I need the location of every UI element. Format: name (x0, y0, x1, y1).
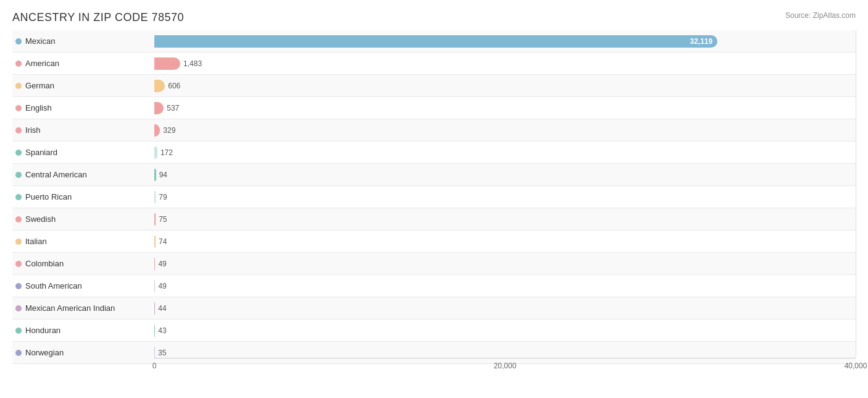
bar-fill: 74 (154, 235, 156, 248)
bar-dot (15, 172, 22, 178)
bar-value: 172 (161, 148, 173, 157)
bar-fill: 32,119 (154, 35, 717, 48)
bar-label-text: South American (25, 281, 82, 290)
bar-area: 537 (154, 97, 856, 119)
bar-row: American1,483 (12, 53, 856, 75)
bar-row: German606 (12, 75, 856, 97)
bar-fill: 94 (154, 169, 156, 181)
bar-area: 43 (154, 320, 856, 341)
bar-area: 32,119 (154, 30, 856, 52)
bar-label-text: Italian (25, 237, 47, 246)
bar-label-text: Colombian (25, 259, 64, 268)
bar-dot (15, 305, 22, 311)
bar-label-text: Puerto Rican (25, 192, 72, 201)
bar-row: Spaniard172 (12, 142, 856, 164)
bar-label-text: English (25, 103, 52, 112)
bar-value: 537 (167, 104, 179, 112)
bar-label: Mexican (12, 36, 154, 46)
x-tick-40000: 40,000 (845, 362, 867, 370)
bar-value: 49 (158, 282, 166, 290)
bar-area: 329 (154, 119, 856, 141)
gridline-40000 (856, 30, 856, 358)
bar-dot (15, 261, 22, 267)
bar-value: 329 (163, 126, 175, 135)
bar-label-text: Mexican (25, 36, 55, 46)
bar-area: 606 (154, 75, 856, 96)
bar-value: 43 (158, 326, 166, 335)
bar-label: Italian (12, 237, 154, 246)
bar-row: Colombian49 (12, 253, 856, 275)
bar-label-text: Mexican American Indian (25, 303, 115, 313)
x-axis: 0 20,000 40,000 (154, 358, 856, 376)
bar-fill: 49 (154, 258, 155, 270)
bar-area: 44 (154, 297, 856, 319)
bar-dot (15, 239, 22, 245)
bar-label-text: Swedish (25, 214, 56, 224)
bar-fill: 49 (154, 280, 155, 292)
bar-area: 79 (154, 186, 856, 208)
bar-fill: 79 (154, 191, 156, 203)
bar-fill: 75 (154, 213, 156, 226)
bar-dot (15, 105, 22, 111)
bar-row: Mexican American Indian44 (12, 297, 856, 320)
bar-fill: 35 (154, 347, 155, 359)
chart-title: ANCESTRY IN ZIP CODE 78570 (12, 11, 856, 24)
bar-row: Italian74 (12, 231, 856, 253)
bar-label-text: Spaniard (25, 148, 57, 157)
bar-fill: 43 (154, 324, 155, 337)
bar-row: Mexican32,119 (12, 30, 856, 53)
bar-area: 75 (154, 208, 856, 230)
bar-fill: 329 (154, 124, 160, 137)
bar-row: South American49 (12, 275, 856, 297)
bar-label-text: German (25, 81, 54, 90)
bar-label: South American (12, 281, 154, 290)
bar-label-text: American (25, 59, 59, 68)
bar-dot (15, 350, 22, 356)
bar-label: Puerto Rican (12, 192, 154, 201)
bar-area: 94 (154, 164, 856, 185)
bar-label-text: Honduran (25, 326, 61, 335)
bar-label: Spaniard (12, 148, 154, 157)
bar-area: 74 (154, 231, 856, 252)
bar-label: English (12, 103, 154, 112)
bar-row: Central American94 (12, 164, 856, 186)
bar-fill: 172 (154, 146, 157, 159)
bar-area: 1,483 (154, 53, 856, 74)
chart-container: ANCESTRY IN ZIP CODE 78570 Source: ZipAt… (0, 0, 868, 398)
x-tick-20000: 20,000 (494, 362, 517, 370)
bar-value: 79 (159, 193, 167, 201)
bar-label-text: Norwegian (25, 348, 64, 357)
bar-row: Swedish75 (12, 208, 856, 231)
bar-row: English537 (12, 97, 856, 119)
bar-label: Mexican American Indian (12, 303, 154, 313)
bar-value: 94 (159, 171, 167, 179)
bar-row: Honduran43 (12, 320, 856, 342)
bar-value: 44 (158, 304, 166, 313)
bar-area: 49 (154, 275, 856, 297)
bar-dot (15, 150, 22, 156)
bar-area: 172 (154, 142, 856, 163)
bar-fill: 606 (154, 80, 165, 92)
source-text: Source: ZipAtlas.com (785, 11, 856, 20)
bar-value: 35 (158, 349, 166, 357)
bar-dot (15, 38, 22, 44)
bar-label: Central American (12, 170, 154, 179)
bar-dot (15, 194, 22, 200)
bar-dot (15, 127, 22, 133)
bar-fill: 537 (154, 102, 164, 114)
bar-label-text: Irish (25, 125, 41, 135)
x-tick-0: 0 (152, 362, 157, 370)
bar-row: Irish329 (12, 119, 856, 142)
bar-dot (15, 83, 22, 89)
bar-label: American (12, 59, 154, 68)
bar-label: German (12, 81, 154, 90)
bar-value: 606 (168, 82, 180, 90)
bar-value: 74 (159, 237, 167, 246)
bar-fill: 1,483 (154, 57, 180, 70)
bar-label-text: Central American (25, 170, 87, 179)
bar-label: Swedish (12, 214, 154, 224)
bar-dot (15, 61, 22, 67)
bar-value: 1,483 (183, 59, 202, 68)
bar-label: Colombian (12, 259, 154, 268)
bar-label: Norwegian (12, 348, 154, 357)
